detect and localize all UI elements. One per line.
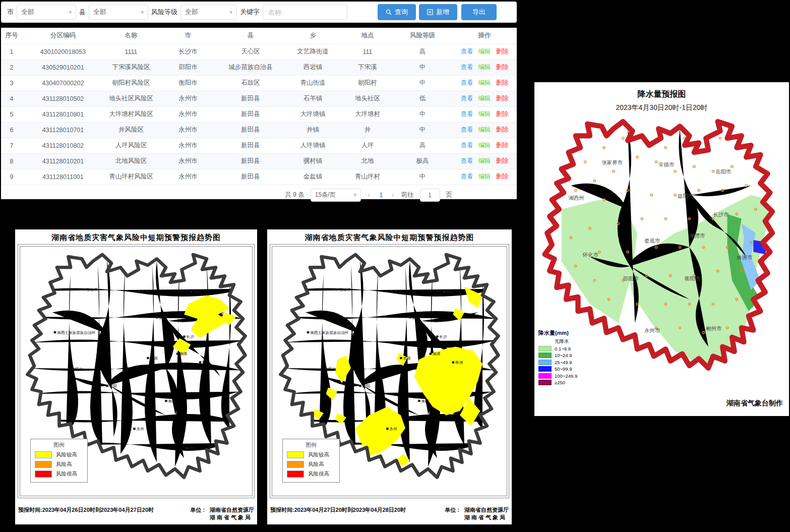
edit-link[interactable]: 编辑 — [478, 64, 491, 71]
delete-link[interactable]: 删除 — [496, 48, 509, 55]
prev-page-button[interactable]: ‹ — [367, 191, 371, 199]
delete-link[interactable]: 删除 — [496, 126, 509, 133]
edit-link[interactable]: 编辑 — [478, 95, 491, 102]
table-row: 2430529010201下宋溪风险区邵阳市城步苗族自治县西岩镇下宋溪中查看编辑… — [1, 60, 517, 75]
city-label: 湘潭 — [179, 352, 188, 357]
edit-link[interactable]: 编辑 — [478, 157, 491, 164]
view-link[interactable]: 查看 — [461, 142, 473, 149]
table-row: 8431128010201北地风险区永州市新田县骥村镇北地极高查看编辑删除 — [1, 153, 517, 169]
city-label: 湘潭市 — [689, 233, 705, 239]
table-cell: 井风险区 — [104, 122, 158, 138]
legend-item: ≥250 — [538, 379, 577, 386]
city-label: 邵阳市 — [623, 276, 639, 281]
unit-line-2: 湖南省气象局 — [464, 514, 509, 521]
next-page-button[interactable]: › — [391, 191, 395, 199]
city-label: 张家界市 — [602, 160, 623, 165]
add-icon — [427, 9, 433, 15]
table-cell: 431128010701 — [22, 122, 104, 138]
keyword-input[interactable] — [263, 5, 347, 20]
city-select[interactable]: 全部 ▾ — [17, 5, 76, 20]
table-cell: 青山坪村 — [342, 169, 393, 185]
unit-line-2: 湖南省气象局 — [210, 514, 254, 521]
table-cell: 城步苗族自治县 — [218, 60, 283, 75]
row-actions: 查看编辑删除 — [452, 91, 517, 106]
view-link[interactable]: 查看 — [461, 173, 473, 180]
table-cell: 中 — [393, 60, 452, 75]
table-cell: 永州市 — [158, 169, 218, 185]
city-label: 怀化市 — [582, 252, 599, 258]
search-button[interactable]: 查询 — [378, 4, 416, 20]
city-label: 邵阳 — [109, 384, 117, 388]
city-marker — [106, 385, 108, 387]
view-link[interactable]: 查看 — [461, 48, 473, 55]
precip-map-subtitle: 2023年4月30日20时-1日20时 — [534, 103, 789, 112]
legend-label: 风险很高 — [308, 470, 329, 478]
risk-select[interactable]: 全部 ▾ — [180, 5, 237, 20]
goto-page-input[interactable] — [420, 189, 440, 202]
unit-label: 单位 : — [190, 506, 205, 521]
column-header: 乡 — [283, 28, 342, 44]
delete-link[interactable]: 删除 — [496, 79, 509, 86]
legend-swatch — [35, 451, 52, 458]
city-label: 株洲市 — [736, 255, 753, 260]
delete-link[interactable]: 删除 — [496, 95, 509, 102]
table-cell: 衡阳市 — [158, 75, 218, 91]
legend-label: 50~99.9 — [555, 366, 572, 372]
table-cell: 永州市 — [158, 153, 218, 169]
legend-swatch — [538, 373, 552, 379]
precip-credit: 湖南省气象台制作 — [726, 399, 783, 408]
view-link[interactable]: 查看 — [461, 126, 473, 133]
county-select[interactable]: 全部 ▾ — [89, 5, 148, 20]
city-marker — [386, 428, 389, 430]
county-filter-label: 县 — [79, 8, 86, 17]
delete-link[interactable]: 删除 — [496, 157, 509, 164]
page-unit-label: 页 — [446, 191, 453, 199]
legend-item: 无降水 — [538, 338, 577, 345]
view-link[interactable]: 查看 — [461, 64, 473, 71]
table-cell: 井 — [342, 122, 393, 138]
delete-link[interactable]: 删除 — [496, 173, 509, 180]
legend-label: 0.1~9.9 — [555, 346, 571, 351]
trend-map-1-legend: 图例 风险较高风险高风险很高 — [30, 439, 88, 483]
legend-item: 风险高 — [287, 461, 335, 468]
page-size-value: 15条/页 — [315, 191, 336, 199]
risk-zone-table: 序号分区编码名称市县乡地点风险等级操作 143010200180531111长沙… — [1, 28, 517, 185]
delete-link[interactable]: 删除 — [496, 142, 509, 149]
city-marker — [443, 290, 446, 292]
table-cell: 新田县 — [218, 91, 283, 106]
legend-item: 0.1~9.9 — [538, 345, 577, 352]
export-button[interactable]: 导出 — [461, 4, 497, 20]
current-page[interactable]: 1 — [377, 192, 385, 199]
delete-link[interactable]: 删除 — [496, 64, 509, 71]
edit-link[interactable]: 编辑 — [478, 126, 491, 133]
table-cell: 北地风险区 — [104, 153, 158, 169]
trend-map-1-title: 湖南省地质灾害气象风险中短期预警预报趋势图 — [15, 229, 257, 243]
city-marker — [307, 331, 310, 333]
table-cell: 井镇 — [283, 122, 342, 138]
filter-bar: 市 全部 ▾ 县 全部 ▾ 风险等级 全部 ▾ 关键字 查询 新增 导出 — [1, 2, 517, 23]
edit-link[interactable]: 编辑 — [478, 173, 491, 180]
legend-swatch — [287, 451, 304, 458]
view-link[interactable]: 查看 — [461, 110, 473, 117]
city-label: 益阳 — [412, 315, 420, 320]
delete-link[interactable]: 删除 — [496, 110, 509, 117]
risk-filter-label: 风险等级 — [151, 8, 177, 17]
table-cell: 431128011001 — [22, 169, 104, 185]
edit-link[interactable]: 编辑 — [478, 79, 491, 86]
legend-label: 10~24.9 — [555, 352, 572, 358]
view-link[interactable]: 查看 — [461, 157, 473, 164]
edit-link[interactable]: 编辑 — [478, 110, 491, 117]
city-label: 衡阳 — [168, 399, 176, 403]
edit-link[interactable]: 编辑 — [478, 142, 491, 149]
chevron-down-icon: ▾ — [69, 9, 72, 16]
page-size-select[interactable]: 15条/页 ▾ — [311, 189, 361, 202]
row-actions: 查看编辑删除 — [452, 122, 517, 138]
edit-link[interactable]: 编辑 — [478, 48, 491, 55]
view-link[interactable]: 查看 — [461, 79, 473, 86]
add-button[interactable]: 新增 — [419, 4, 457, 20]
table-cell: 人坪 — [342, 138, 393, 153]
table-cell: 长沙市 — [158, 44, 218, 60]
view-link[interactable]: 查看 — [461, 95, 473, 102]
weather-station-icon — [648, 132, 650, 134]
legend-swatch — [538, 346, 552, 351]
